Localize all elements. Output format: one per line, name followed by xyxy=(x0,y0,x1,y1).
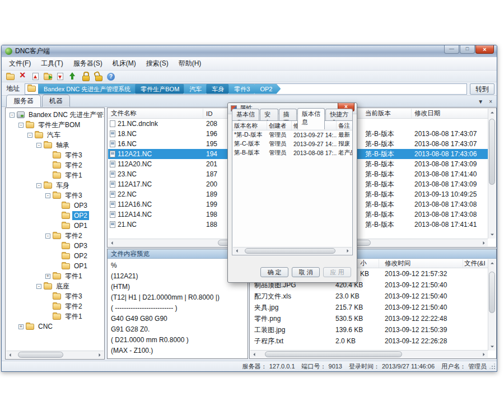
scroll-left-arrow[interactable] xyxy=(6,351,14,358)
version-column-header[interactable]: 创建者 xyxy=(267,121,292,130)
version-row[interactable]: 第-B-版本管理员2013-08-08 17:...老产品程序 xyxy=(232,148,352,157)
send-folder-icon[interactable] xyxy=(44,74,52,80)
menu-search[interactable]: 搜索(S) xyxy=(141,57,174,70)
version-column-header[interactable]: 备注 xyxy=(337,121,352,130)
attachment-row[interactable]: 工装图.jpg139.6 KB2013-09-12 21:50:39 xyxy=(250,324,488,335)
tree-item[interactable]: 零件2 xyxy=(6,301,104,311)
breadcrumb-segment[interactable]: 零件生产BOM xyxy=(135,84,188,94)
tab-server[interactable]: 服务器 xyxy=(6,95,41,107)
panel-dropdown-button[interactable]: ▼ xyxy=(478,97,483,106)
attach-column-time[interactable]: 修改时间 xyxy=(379,259,463,268)
menu-tools[interactable]: 工具(T) xyxy=(36,57,68,70)
maximize-button[interactable]: □ xyxy=(460,45,475,54)
version-row[interactable]: *第-D-版本管理员2013-09-27 14:...最新 xyxy=(232,130,352,139)
menu-machine[interactable]: 机床(M) xyxy=(108,57,141,70)
scroll-track[interactable] xyxy=(258,351,480,358)
delete-icon[interactable] xyxy=(18,72,27,81)
scroll-left-arrow[interactable] xyxy=(108,239,116,246)
tree-item[interactable]: OP2 xyxy=(6,251,104,261)
attachments-hscrollbar[interactable] xyxy=(250,350,488,358)
panel-close-button[interactable]: × xyxy=(489,97,492,106)
tree-item[interactable]: +CNC xyxy=(6,321,104,332)
tree-item[interactable]: 零件1 xyxy=(6,170,104,180)
tree-item[interactable]: -零件3 xyxy=(6,190,104,200)
column-header-name[interactable]: 文件名称 xyxy=(108,109,203,118)
tree-item[interactable]: +零件1 xyxy=(6,271,104,281)
tree-item[interactable]: OP2 xyxy=(6,211,104,221)
scroll-right-arrow[interactable] xyxy=(480,351,488,358)
file-list-vscrollbar[interactable] xyxy=(488,109,496,239)
close-button[interactable]: × xyxy=(475,45,494,54)
address-box[interactable]: Bandex DNC 先进生产管理系统零件生产BOM汽车车身零件3OP2 xyxy=(25,83,467,95)
tree-item[interactable]: OP1 xyxy=(6,221,104,231)
scroll-thumb[interactable] xyxy=(265,351,403,357)
minus-expander-icon[interactable]: - xyxy=(18,123,24,128)
attach-column-file[interactable]: 文件(&I xyxy=(463,259,488,268)
new-folder-icon[interactable] xyxy=(6,74,15,80)
attachment-row[interactable]: 配刀文件.xls23.0 KB2013-09-12 21:50:40 xyxy=(250,291,488,302)
tree-item[interactable]: 零件1 xyxy=(6,311,104,321)
scroll-up-arrow[interactable] xyxy=(488,259,496,267)
scroll-down-arrow[interactable] xyxy=(488,343,496,351)
tree-item[interactable]: OP3 xyxy=(6,241,104,251)
version-column-header[interactable]: 版本名称 xyxy=(232,121,267,130)
download-file-icon[interactable] xyxy=(57,73,63,80)
ok-button[interactable]: 确 定 xyxy=(260,267,288,277)
attachment-row[interactable]: 零件.png530.5 KB2013-09-12 22:22:48 xyxy=(250,313,488,324)
tree-item[interactable]: -汽车 xyxy=(6,130,104,140)
menu-server[interactable]: 服务器(S) xyxy=(68,57,108,70)
minus-expander-icon[interactable]: - xyxy=(36,183,41,188)
breadcrumb-segment[interactable]: Bandex DNC 先进生产管理系统 xyxy=(38,84,139,94)
upload-arrow-icon[interactable] xyxy=(68,72,77,81)
minus-expander-icon[interactable]: - xyxy=(45,234,50,239)
attachment-row[interactable]: 夹具.jpg215.7 KB2013-09-12 21:50:40 xyxy=(250,302,488,313)
title-bar[interactable]: DNC客户端 —□× xyxy=(2,45,497,57)
attachment-row[interactable]: 子程序.txt2.0 KB2013-09-12 22:26:28 xyxy=(250,335,488,347)
upload-file-icon[interactable] xyxy=(32,73,39,80)
tree-item[interactable]: -车身 xyxy=(6,180,104,190)
tree-item[interactable]: 零件3 xyxy=(6,291,104,301)
scroll-track[interactable] xyxy=(14,351,96,358)
tree-item[interactable]: -零件2 xyxy=(6,231,104,241)
lock-icon[interactable] xyxy=(81,72,90,81)
scroll-thumb[interactable] xyxy=(18,352,63,358)
plus-expander-icon[interactable]: + xyxy=(18,324,24,329)
scroll-down-arrow[interactable] xyxy=(488,231,496,239)
tab-machine[interactable]: 机器 xyxy=(42,95,70,107)
version-row[interactable]: 第-C-版本管理员2013-09-27 14:...报废 xyxy=(232,139,352,148)
scroll-track[interactable] xyxy=(241,248,344,254)
cancel-button[interactable]: 取 消 xyxy=(292,267,320,277)
scroll-left-arrow[interactable] xyxy=(250,351,258,358)
plus-expander-icon[interactable]: + xyxy=(45,274,50,279)
tree-item[interactable]: OP3 xyxy=(6,200,104,211)
tree-item[interactable]: 零件3 xyxy=(6,150,104,160)
tree-item[interactable]: -轴承 xyxy=(6,140,104,150)
minus-expander-icon[interactable]: - xyxy=(27,133,32,138)
scroll-track[interactable] xyxy=(488,267,496,343)
scroll-up-arrow[interactable] xyxy=(488,109,496,116)
breadcrumb-segment[interactable]: 零件3 xyxy=(228,84,258,94)
scroll-thumb[interactable] xyxy=(489,119,495,185)
breadcrumb-segment[interactable]: OP2 xyxy=(254,84,281,94)
minus-expander-icon[interactable]: - xyxy=(10,113,15,118)
scroll-thumb[interactable] xyxy=(245,248,335,254)
scroll-right-arrow[interactable] xyxy=(480,239,488,246)
help-icon[interactable] xyxy=(107,73,115,81)
scroll-track[interactable] xyxy=(488,116,496,231)
tree-item[interactable]: 零件2 xyxy=(6,160,104,170)
scroll-thumb[interactable] xyxy=(489,272,495,313)
dialog-hscrollbar[interactable] xyxy=(233,247,352,254)
go-button[interactable]: 转到 xyxy=(470,83,494,95)
minimize-button[interactable]: — xyxy=(444,45,459,54)
minus-expander-icon[interactable]: - xyxy=(36,143,41,148)
menu-help[interactable]: 帮助(H) xyxy=(174,57,207,70)
scroll-right-arrow[interactable] xyxy=(96,351,104,358)
minus-expander-icon[interactable]: - xyxy=(45,193,50,198)
resize-grip[interactable] xyxy=(490,364,496,370)
tree-item[interactable]: -底座 xyxy=(6,281,104,291)
tree-item[interactable]: OP1 xyxy=(6,261,104,271)
attachments-vscrollbar[interactable] xyxy=(488,259,496,351)
unlock-icon[interactable] xyxy=(94,72,103,81)
dialog-tab[interactable]: 版本信息 xyxy=(297,108,325,129)
tree-item[interactable]: -零件生产BOM xyxy=(6,120,104,130)
